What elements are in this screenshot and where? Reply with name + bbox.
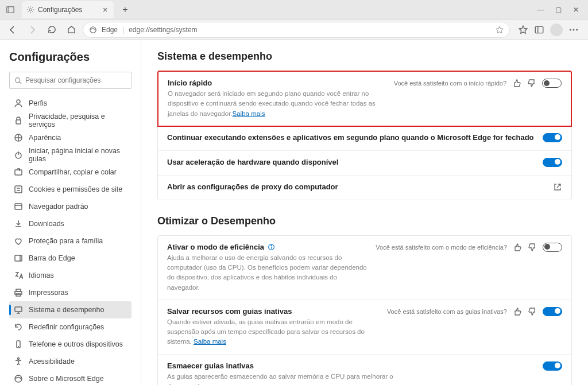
svg-point-8 <box>576 29 578 30</box>
info-icon[interactable] <box>268 243 275 251</box>
sidebar-item-label: Cookies e permissões de site <box>29 185 122 193</box>
share-icon <box>14 168 23 177</box>
sidebar-item-edge[interactable]: Sobre o Microsoft Edge <box>9 370 131 385</box>
sidebar-item-label: Navegador padrão <box>29 203 88 211</box>
sidebar-item-label: Impressoras <box>29 289 68 297</box>
back-button[interactable] <box>5 22 21 38</box>
sidebar-item-cookie[interactable]: Cookies e permissões de site <box>9 181 131 198</box>
sidebar-title: Configurações <box>9 50 131 64</box>
sidebar-item-reset[interactable]: Redefinir configurações <box>9 318 131 336</box>
search-icon <box>14 77 22 84</box>
row-efficiency-title: Ativar o modo de eficiência <box>167 243 264 251</box>
toggle-efficiency-mode[interactable] <box>543 243 562 252</box>
favorites-icon[interactable] <box>518 25 528 35</box>
sidebar-item-profile[interactable]: Perfis <box>9 95 131 112</box>
toggle-startup-boost[interactable] <box>542 79 562 88</box>
sidebar-item-label: Redefinir configurações <box>29 323 104 331</box>
thumbs-down-icon[interactable] <box>528 243 537 252</box>
home-button[interactable] <box>63 22 79 38</box>
thumbs-down-icon[interactable] <box>527 79 536 88</box>
bar-icon <box>14 254 23 263</box>
reset-icon <box>14 322 23 332</box>
toggle-background-apps[interactable] <box>543 133 562 142</box>
thumbs-down-icon[interactable] <box>528 307 537 316</box>
sidebar: Configurações PerfisPrivacidade, pesquis… <box>0 40 141 385</box>
titlebar: Configurações × + — ▢ ✕ <box>0 0 588 20</box>
minimize-icon[interactable]: — <box>537 6 544 14</box>
maximize-icon[interactable]: ▢ <box>555 6 562 14</box>
new-tab-button[interactable]: + <box>117 2 133 18</box>
collections-icon[interactable] <box>534 25 544 35</box>
sidebar-item-accessibility[interactable]: Acessibilidade <box>9 353 131 370</box>
lang-icon <box>14 271 23 280</box>
row-proxy-title: Abrir as configurações de proxy do compu… <box>167 182 546 191</box>
svg-rect-16 <box>15 170 22 175</box>
sidebar-item-system[interactable]: Sistema e desempenho <box>9 301 131 318</box>
row-fade-title: Esmaecer guias inativas <box>167 361 536 370</box>
sidebar-item-phone[interactable]: Telefone e outros dispositivos <box>9 336 131 353</box>
lock-icon <box>14 116 23 125</box>
sidebar-item-bar[interactable]: Barra do Edge <box>9 250 131 267</box>
cookie-icon <box>14 185 23 194</box>
system-icon <box>14 305 23 314</box>
thumbs-up-icon[interactable] <box>513 307 522 316</box>
edge-logo-icon <box>89 26 97 34</box>
close-icon[interactable]: ✕ <box>573 6 579 14</box>
toggle-hardware-accel[interactable] <box>543 158 562 167</box>
address-bar[interactable]: Edge | edge://settings/system <box>83 22 510 38</box>
card-optimize: Ativar o modo de eficiência Ajuda a melh… <box>157 235 572 385</box>
sidebar-item-browser[interactable]: Navegador padrão <box>9 198 131 215</box>
sidebar-item-power[interactable]: Iniciar, página inicial e novas guias <box>9 146 131 164</box>
toggle-fade-tabs[interactable] <box>543 361 562 371</box>
search-settings[interactable] <box>9 72 131 89</box>
sidebar-item-label: Acessibilidade <box>29 357 75 365</box>
sidebar-item-download[interactable]: Downloads <box>9 215 131 232</box>
refresh-button[interactable] <box>44 22 60 38</box>
toggle-sleeping-tabs[interactable] <box>543 307 562 316</box>
row-background-apps: Continuar executando extensões e aplicat… <box>158 126 571 151</box>
toolbar: Edge | edge://settings/system <box>0 20 588 40</box>
row-fade-desc: As guias aparecerão esmaecendo ao salvar… <box>167 372 408 386</box>
profile-avatar[interactable] <box>550 24 563 36</box>
svg-point-11 <box>17 100 20 103</box>
accessibility-icon <box>14 357 23 366</box>
sidebar-item-lang[interactable]: Idiomas <box>9 267 131 284</box>
learn-more-link[interactable]: Saiba mais <box>194 338 226 345</box>
sidebar-item-label: Privacidade, pesquisa e serviços <box>29 112 127 129</box>
learn-more-link[interactable]: Saiba mais <box>233 110 265 117</box>
row-startup-title: Início rápido <box>168 79 387 87</box>
row-startup-boost: Início rápido O navegador será iniciado … <box>157 71 572 127</box>
svg-point-2 <box>29 8 32 10</box>
browser-tab[interactable]: Configurações × <box>22 1 114 18</box>
thumbs-up-icon[interactable] <box>513 243 522 252</box>
sidebar-item-label: Compartilhar, copiar e colar <box>29 168 117 176</box>
sidebar-item-appearance[interactable]: Aparência <box>9 129 131 146</box>
svg-point-32 <box>18 358 20 360</box>
sidebar-item-label: Idiomas <box>29 271 54 279</box>
more-icon[interactable] <box>568 25 579 35</box>
sidebar-item-family[interactable]: Proteção para a família <box>9 232 131 250</box>
sidebar-item-printer[interactable]: Impressoras <box>9 284 131 301</box>
svg-line-10 <box>20 81 21 83</box>
svg-rect-4 <box>535 26 543 33</box>
sidebar-item-label: Iniciar, página inicial e novas guias <box>29 147 127 163</box>
thumbs-up-icon[interactable] <box>512 79 521 88</box>
sidebar-item-label: Sistema e desempenho <box>29 306 104 314</box>
row-sleeping-tabs: Salvar recursos com guias inativas Quand… <box>158 300 571 355</box>
external-link-icon <box>553 182 562 192</box>
sidebar-item-share[interactable]: Compartilhar, copiar e colar <box>9 164 131 181</box>
sidebar-item-lock[interactable]: Privacidade, pesquisa e serviços <box>9 112 131 129</box>
svg-rect-22 <box>15 255 22 261</box>
row-proxy-settings[interactable]: Abrir as configurações de proxy do compu… <box>158 176 571 200</box>
forward-button[interactable] <box>24 22 40 38</box>
tab-actions-icon[interactable] <box>2 2 18 18</box>
feedback-startup-text: Você está satisfeito com o início rápido… <box>394 80 506 87</box>
search-input[interactable] <box>25 76 126 84</box>
power-icon <box>14 150 23 160</box>
sidebar-item-label: Telefone e outros dispositivos <box>29 340 123 348</box>
favorite-star-icon[interactable] <box>496 26 504 34</box>
svg-point-6 <box>570 29 571 30</box>
svg-rect-17 <box>15 186 22 193</box>
tab-close-icon[interactable]: × <box>101 6 109 14</box>
svg-rect-12 <box>16 120 21 124</box>
